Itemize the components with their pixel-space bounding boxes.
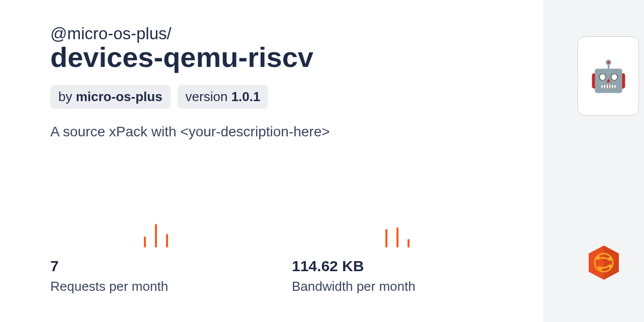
card-container: @micro-os-plus/ devices-qemu-riscv by mi… <box>0 0 543 322</box>
package-name: devices-qemu-riscv <box>50 42 493 73</box>
svg-point-6 <box>609 265 613 269</box>
spark-bar <box>408 239 410 248</box>
stat-bandwidth-label: Bandwidth per month <box>292 279 433 294</box>
svg-marker-1 <box>604 246 619 280</box>
package-avatar: 🤖 <box>578 36 639 116</box>
sparkline-bandwidth <box>292 220 433 248</box>
spark-bar <box>155 224 157 248</box>
stats-row: 7 Requests per month 114.62 KB Bandwidth… <box>50 220 433 294</box>
badges-row: by micro-os-plus version 1.0.1 <box>50 85 493 109</box>
stat-requests-value: 7 <box>50 258 191 275</box>
stat-requests-label: Requests per month <box>50 279 191 294</box>
stat-bandwidth: 114.62 KB Bandwidth per month <box>292 220 433 294</box>
svg-point-3 <box>597 256 600 260</box>
jsdelivr-logo-icon <box>588 245 620 283</box>
package-scope: @micro-os-plus/ <box>50 25 493 42</box>
author-badge: by micro-os-plus <box>50 85 171 109</box>
stat-bandwidth-value: 114.62 KB <box>292 258 433 275</box>
spark-bar <box>396 227 398 248</box>
spark-bar <box>385 229 387 248</box>
stat-requests: 7 Requests per month <box>50 220 191 294</box>
author-badge-value: micro-os-plus <box>76 89 163 104</box>
robot-icon: 🤖 <box>590 58 627 94</box>
version-badge-value: 1.0.1 <box>231 89 261 104</box>
author-badge-label: by <box>58 89 76 104</box>
spark-bar <box>166 234 168 248</box>
version-badge-label: version <box>186 89 231 104</box>
sparkline-requests <box>50 220 191 248</box>
svg-point-4 <box>609 257 612 261</box>
package-description: A source xPack with <your-description-he… <box>50 124 493 140</box>
spark-bar <box>144 236 146 248</box>
svg-point-5 <box>599 267 602 271</box>
version-badge: version 1.0.1 <box>178 85 269 109</box>
